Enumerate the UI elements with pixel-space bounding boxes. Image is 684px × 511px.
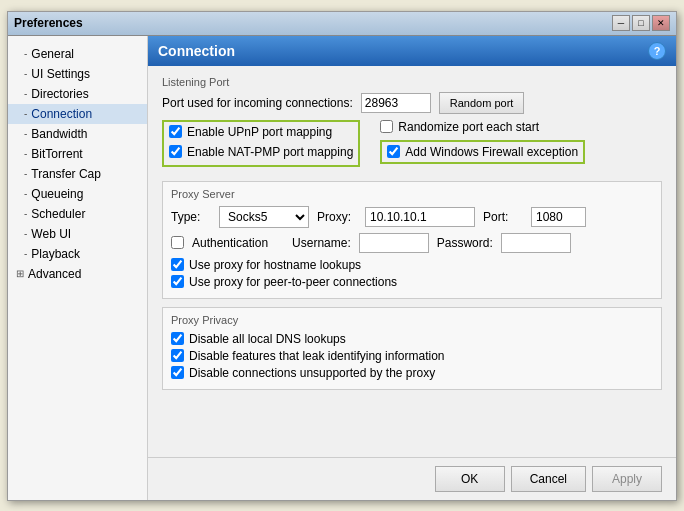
- unsupported-row: Disable connections unsupported by the p…: [171, 366, 653, 380]
- apply-button[interactable]: Apply: [592, 466, 662, 492]
- sidebar-label-transfer-cap: Transfer Cap: [31, 167, 101, 181]
- sidebar-label-advanced: Advanced: [28, 267, 81, 281]
- p2p-label: Use proxy for peer-to-peer connections: [189, 275, 397, 289]
- randomize-checkbox[interactable]: [380, 120, 393, 133]
- help-button[interactable]: ?: [648, 42, 666, 60]
- upnp-nat-highlight-box: Enable UPnP port mapping Enable NAT-PMP …: [162, 120, 360, 167]
- sidebar-label-queueing: Queueing: [31, 187, 83, 201]
- sidebar-label-web-ui: Web UI: [31, 227, 71, 241]
- hostname-checkbox[interactable]: [171, 258, 184, 271]
- hostname-label: Use proxy for hostname lookups: [189, 258, 361, 272]
- sidebar-item-directories[interactable]: - Directories: [8, 84, 147, 104]
- type-label: Type:: [171, 210, 211, 224]
- upnp-label: Enable UPnP port mapping: [187, 125, 332, 139]
- sidebar-label-ui-settings: UI Settings: [31, 67, 90, 81]
- proxy-port-label: Port:: [483, 210, 523, 224]
- bullet-icon: -: [24, 228, 27, 239]
- main-panel: Connection ? Listening Port Port used fo…: [148, 36, 676, 500]
- panel-title: Connection: [158, 43, 235, 59]
- unsupported-label: Disable connections unsupported by the p…: [189, 366, 435, 380]
- firewall-checkbox[interactable]: [387, 145, 400, 158]
- sidebar-item-ui-settings[interactable]: - UI Settings: [8, 64, 147, 84]
- sidebar-item-scheduler[interactable]: - Scheduler: [8, 204, 147, 224]
- bullet-icon: -: [24, 168, 27, 179]
- p2p-proxy-row: Use proxy for peer-to-peer connections: [171, 275, 653, 289]
- sidebar-label-general: General: [31, 47, 74, 61]
- auth-row: Authentication Username: Password:: [171, 233, 653, 253]
- nat-checkbox-row: Enable NAT-PMP port mapping: [169, 145, 353, 159]
- proxy-server-section: Proxy Server Type: Socks5 None Socks4 HT…: [162, 181, 662, 299]
- right-checks: Randomize port each start Add Windows Fi…: [380, 120, 585, 164]
- username-label: Username:: [292, 236, 351, 250]
- sidebar-item-general[interactable]: - General: [8, 44, 147, 64]
- bullet-icon: -: [24, 88, 27, 99]
- sidebar-item-web-ui[interactable]: - Web UI: [8, 224, 147, 244]
- proxy-type-row: Type: Socks5 None Socks4 HTTP Proxy: Por…: [171, 206, 653, 228]
- title-bar: Preferences ─ □ ✕: [8, 12, 676, 36]
- sidebar-label-bandwidth: Bandwidth: [31, 127, 87, 141]
- proxy-port-input[interactable]: [531, 207, 586, 227]
- proxy-host-input[interactable]: [365, 207, 475, 227]
- leak-checkbox[interactable]: [171, 349, 184, 362]
- sidebar-item-transfer-cap[interactable]: - Transfer Cap: [8, 164, 147, 184]
- port-input[interactable]: [361, 93, 431, 113]
- p2p-checkbox[interactable]: [171, 275, 184, 288]
- proxy-privacy-label: Proxy Privacy: [171, 314, 653, 326]
- auth-checkbox[interactable]: [171, 236, 184, 249]
- sidebar-label-bittorrent: BitTorrent: [31, 147, 82, 161]
- firewall-label: Add Windows Firewall exception: [405, 145, 578, 159]
- leak-label: Disable features that leak identifying i…: [189, 349, 444, 363]
- bullet-icon: -: [24, 48, 27, 59]
- bullet-icon: -: [24, 148, 27, 159]
- bullet-icon: -: [24, 188, 27, 199]
- dns-row: Disable all local DNS lookups: [171, 332, 653, 346]
- sidebar-item-connection[interactable]: - Connection: [8, 104, 147, 124]
- upnp-checkbox[interactable]: [169, 125, 182, 138]
- password-input[interactable]: [501, 233, 571, 253]
- content-area: - General - UI Settings - Directories - …: [8, 36, 676, 500]
- port-used-label: Port used for incoming connections:: [162, 96, 353, 110]
- panel-content: Listening Port Port used for incoming co…: [148, 66, 676, 457]
- randomize-label: Randomize port each start: [398, 120, 539, 134]
- password-label: Password:: [437, 236, 493, 250]
- sidebar-label-scheduler: Scheduler: [31, 207, 85, 221]
- dns-checkbox[interactable]: [171, 332, 184, 345]
- unsupported-checkbox[interactable]: [171, 366, 184, 379]
- sidebar-label-playback: Playback: [31, 247, 80, 261]
- ok-button[interactable]: OK: [435, 466, 505, 492]
- close-button[interactable]: ✕: [652, 15, 670, 31]
- bullet-icon: -: [24, 128, 27, 139]
- sidebar-item-advanced[interactable]: ⊞ Advanced: [8, 264, 147, 284]
- username-input[interactable]: [359, 233, 429, 253]
- bullet-icon: -: [24, 248, 27, 259]
- minimize-button[interactable]: ─: [612, 15, 630, 31]
- bullet-icon: -: [24, 208, 27, 219]
- port-row: Port used for incoming connections: Rand…: [162, 92, 662, 114]
- proxy-type-select[interactable]: Socks5 None Socks4 HTTP: [219, 206, 309, 228]
- sidebar-item-bandwidth[interactable]: - Bandwidth: [8, 124, 147, 144]
- auth-label: Authentication: [192, 236, 268, 250]
- nat-label: Enable NAT-PMP port mapping: [187, 145, 353, 159]
- dns-label: Disable all local DNS lookups: [189, 332, 346, 346]
- sidebar: - General - UI Settings - Directories - …: [8, 36, 148, 500]
- upnp-checkbox-row: Enable UPnP port mapping: [169, 125, 353, 139]
- sidebar-item-queueing[interactable]: - Queueing: [8, 184, 147, 204]
- footer: OK Cancel Apply: [148, 457, 676, 500]
- hostname-lookup-row: Use proxy for hostname lookups: [171, 258, 653, 272]
- bullet-icon: -: [24, 108, 27, 119]
- nat-checkbox[interactable]: [169, 145, 182, 158]
- expand-icon: ⊞: [16, 268, 24, 279]
- leak-row: Disable features that leak identifying i…: [171, 349, 653, 363]
- listening-port-section-label: Listening Port: [162, 76, 662, 88]
- bullet-icon: -: [24, 68, 27, 79]
- proxy-server-label: Proxy Server: [171, 188, 653, 200]
- sidebar-label-connection: Connection: [31, 107, 92, 121]
- sidebar-item-bittorrent[interactable]: - BitTorrent: [8, 144, 147, 164]
- sidebar-label-directories: Directories: [31, 87, 88, 101]
- maximize-button[interactable]: □: [632, 15, 650, 31]
- proxy-host-label: Proxy:: [317, 210, 357, 224]
- cancel-button[interactable]: Cancel: [511, 466, 586, 492]
- sidebar-item-playback[interactable]: - Playback: [8, 244, 147, 264]
- random-port-button[interactable]: Random port: [439, 92, 525, 114]
- panel-header: Connection ?: [148, 36, 676, 66]
